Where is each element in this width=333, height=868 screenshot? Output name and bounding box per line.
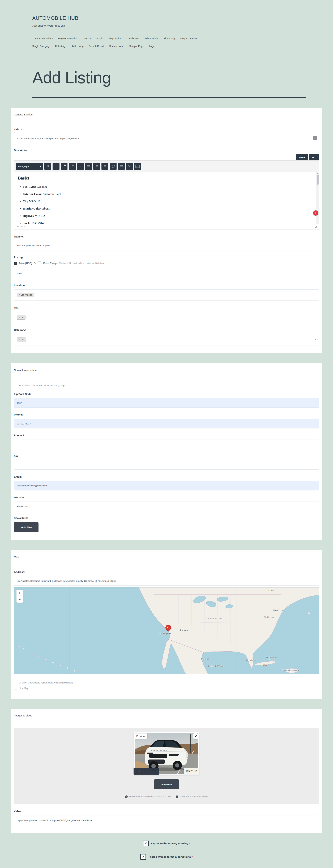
video-label: Video: <box>14 810 319 813</box>
remove-chip-icon[interactable]: × <box>19 294 20 296</box>
align-center-icon <box>96 165 98 167</box>
scroll-up-icon[interactable] <box>317 173 319 174</box>
add-new-social-button[interactable]: +Add New <box>14 522 38 532</box>
zoom-in-button[interactable]: + <box>16 590 23 596</box>
clear-location-icon[interactable]: × <box>315 293 316 296</box>
fax-input[interactable] <box>14 460 319 470</box>
nav-payment-receipt[interactable]: Payment Receipt <box>58 37 77 40</box>
autofill-extension-icon[interactable]: ··· <box>313 136 317 140</box>
nav-search-home[interactable]: Search Home <box>109 45 124 48</box>
nav-single-tag[interactable]: Single Tag <box>164 37 175 40</box>
clear-category-icon[interactable]: × <box>315 338 316 341</box>
price-range-checkbox[interactable] <box>38 261 41 265</box>
nav-registration[interactable]: Registration <box>108 37 122 40</box>
zoom-out-button[interactable]: − <box>16 596 23 602</box>
phone2-input[interactable] <box>14 439 319 449</box>
align-right-button[interactable] <box>101 163 108 170</box>
map-label: Ottawa <box>268 589 274 591</box>
nav-all-listings[interactable]: All Listings <box>55 45 66 48</box>
map-canvas[interactable]: Ottawa New York Washington United States… <box>14 587 319 674</box>
resize-grip-icon[interactable] <box>315 225 317 228</box>
read-more-button[interactable] <box>118 163 125 170</box>
max-size-note: Maximum total allowed file size is 2.00 … <box>129 795 171 798</box>
video-url-input[interactable]: https://www.youtube.com/watch?v=lHpHedDD… <box>14 815 319 825</box>
terms-checkbox[interactable]: ✓ <box>140 854 146 860</box>
tagline-input[interactable]: Best Range Rover in Los Angeles <box>14 241 319 250</box>
privacy-checkbox[interactable]: ✓ <box>143 841 148 846</box>
email-label: Email: <box>14 475 319 478</box>
extension-badge[interactable]: 8 <box>313 210 318 216</box>
editor-visual-tab[interactable]: Visual <box>296 154 308 160</box>
website-label: Website: <box>14 496 319 499</box>
bullet-list-button[interactable] <box>61 163 68 170</box>
image-preview-card: RANGE ROVER Preview ✕ ‹ › 105.26 KB <box>134 732 199 775</box>
editor-scrollbar[interactable] <box>317 172 319 224</box>
phone-input[interactable]: 01710244973 <box>14 419 319 428</box>
tagline-label: Tagline: <box>14 235 319 238</box>
page-title: Add Listing <box>32 68 306 87</box>
pricing-label: Pricing: <box>14 256 319 259</box>
remove-chip-icon[interactable]: × <box>19 339 20 341</box>
location-select[interactable]: ×Los Angeles × <box>14 289 319 301</box>
nav-login-2[interactable]: Login <box>149 45 155 48</box>
list-item: Interior Color: Ebony <box>23 207 315 210</box>
bold-button[interactable]: B <box>44 163 51 170</box>
enter-coordinates-checkbox[interactable] <box>14 681 17 684</box>
price-checkbox[interactable]: ✓ <box>14 261 17 265</box>
hide-map-checkbox[interactable] <box>14 687 17 690</box>
paragraph-format-dropdown[interactable]: Paragraph▾ <box>16 163 43 170</box>
nav-dashboard[interactable]: Dashboard <box>127 37 139 40</box>
prev-image-icon[interactable]: ‹ <box>139 770 140 773</box>
editor-spec-list: Fuel Type: Gasoline Exterior Color: Sant… <box>23 185 315 224</box>
category-chip[interactable]: ×Car <box>17 338 26 342</box>
next-image-icon[interactable]: › <box>152 770 153 773</box>
nav-author-profile[interactable]: Author Profile <box>144 37 159 40</box>
editor-content-area[interactable]: Basics Fuel Type: Gasoline Exterior Colo… <box>14 172 319 224</box>
privacy-agreement-label[interactable]: I agree to the Privacy & Policy* <box>151 842 190 845</box>
nav-login[interactable]: Login <box>97 37 103 40</box>
blockquote-button[interactable]: “ <box>77 163 84 170</box>
map-label: Washington <box>264 616 274 618</box>
align-left-button[interactable] <box>85 163 92 170</box>
tag-chip[interactable]: ×car <box>17 315 26 319</box>
nav-sample-page[interactable]: Sample Page <box>129 45 144 48</box>
nav-single-category[interactable]: Single Category <box>32 45 49 48</box>
address-input[interactable]: Los Angeles, Somerset Boulevard, Bellflo… <box>14 576 319 586</box>
numbered-list-button[interactable] <box>69 163 76 170</box>
tag-select[interactable]: ×car <box>14 312 319 323</box>
zip-input[interactable]: 1362 <box>14 398 319 408</box>
hide-contact-form-checkbox[interactable] <box>14 384 17 387</box>
nav-single-location[interactable]: Single Location <box>180 37 197 40</box>
nav-transaction-failure[interactable]: Transaction Failure <box>32 37 53 40</box>
media-section-card: Images & Video <box>11 709 322 833</box>
nav-search-result[interactable]: Search Result <box>89 45 104 48</box>
add-more-button[interactable]: Add More <box>154 779 179 789</box>
remove-image-button[interactable]: ✕ <box>193 733 199 739</box>
enter-coordinates-label: Or Enter Coordinates (latitude and longi… <box>19 681 73 684</box>
website-input[interactable]: alsuza.com <box>14 501 319 511</box>
category-select[interactable]: ×Car × <box>14 334 319 345</box>
remove-chip-icon[interactable]: × <box>19 316 20 318</box>
link-icon <box>111 164 115 168</box>
terms-agreement-label[interactable]: I agree with all terms & conditions* <box>148 855 193 858</box>
contact-section-card: Contact Information Hide contact owner f… <box>11 363 322 540</box>
price-range-label: Price Range <box>43 262 57 265</box>
scrollbar-thumb[interactable] <box>317 175 319 185</box>
title-input[interactable]: 2018 Land Rover Range Rover Sport 3.0L S… <box>14 134 319 143</box>
info-icon: i <box>176 796 178 798</box>
check-icon: ✓ <box>144 842 147 845</box>
email-input[interactable]: alsuzauddowla.du@gmail.com <box>14 481 319 490</box>
location-chip[interactable]: ×Los Angeles <box>17 293 34 297</box>
insert-link-button[interactable] <box>110 163 116 170</box>
align-center-button[interactable] <box>93 163 100 170</box>
nav-add-listing[interactable]: Add Listing <box>72 45 84 48</box>
chevron-down-icon: ▾ <box>40 165 41 168</box>
italic-button[interactable]: I <box>53 163 60 170</box>
image-dropzone[interactable]: RANGE ROVER Preview ✕ ‹ › 105.26 KB Add … <box>14 728 319 804</box>
editor-text-tab[interactable]: Text <box>309 154 319 160</box>
nav-checkout[interactable]: Checkout <box>82 37 92 40</box>
fullscreen-button[interactable] <box>126 163 133 170</box>
price-input[interactable]: 60000 <box>14 269 319 278</box>
toolbar-toggle-button[interactable] <box>134 163 141 170</box>
site-title[interactable]: AUTOMOBILE HUB <box>32 0 306 21</box>
